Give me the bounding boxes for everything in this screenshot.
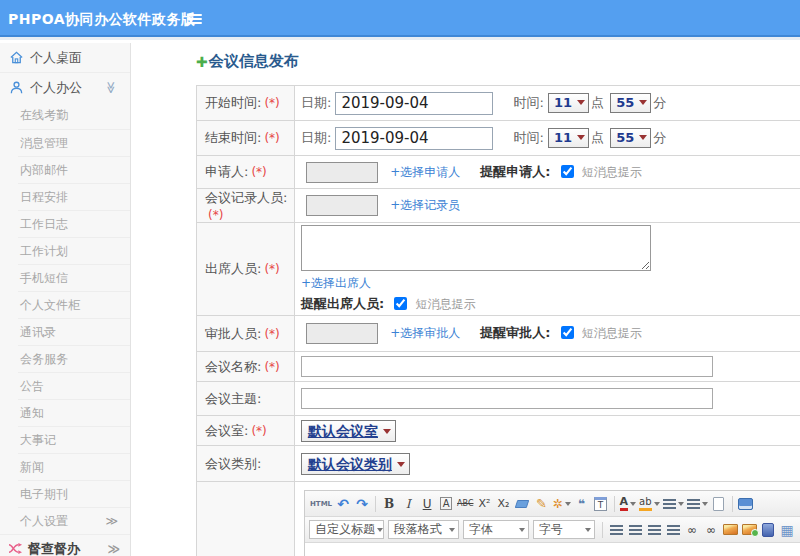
align-center-button[interactable] [626, 520, 644, 540]
sms-hint-label: 短消息提示 [582, 165, 642, 179]
sidebar-item-work-log[interactable]: 工作日志 [18, 210, 130, 237]
meeting-category-label: 会议类别: [197, 446, 295, 482]
applicant-sms-checkbox[interactable] [561, 165, 574, 178]
end-hour-select[interactable]: 11 [548, 128, 589, 148]
align-left-icon [610, 525, 623, 535]
sidebar-item-e-journal[interactable]: 电子期刊 [18, 480, 130, 507]
font-color-button[interactable]: A [619, 494, 638, 514]
attendees-sms-checkbox[interactable] [394, 297, 407, 310]
meeting-category-select[interactable]: 默认会议类别 [301, 453, 410, 475]
sidebar-item-news[interactable]: 新闻 [18, 453, 130, 480]
undo-icon[interactable]: ↶ [334, 494, 352, 514]
user-icon [9, 80, 24, 95]
fullscreen-button[interactable] [737, 494, 755, 514]
media-icon [762, 523, 774, 537]
pick-recorder-link[interactable]: +选择记录员 [390, 198, 460, 212]
sidebar-item-audit-supervision[interactable]: 督查督办 ≫ [0, 534, 130, 556]
redo-icon[interactable]: ↷ [353, 494, 371, 514]
html-source-button[interactable]: HTML [309, 494, 333, 514]
select-arrow-icon [639, 135, 647, 140]
blockquote-button[interactable]: ❝ [573, 494, 591, 514]
sidebar-item-notice[interactable]: 通知 [18, 399, 130, 426]
applicant-input[interactable] [306, 162, 378, 183]
new-page-button[interactable] [710, 494, 728, 514]
recorder-input[interactable] [306, 195, 378, 216]
toolbar-separator [602, 522, 603, 538]
custom-title-select[interactable]: 自定义标题 [309, 520, 384, 539]
meeting-name-input[interactable] [301, 356, 713, 377]
approver-input[interactable] [306, 323, 378, 344]
sidebar-item-sms[interactable]: 手机短信 [18, 264, 130, 291]
align-justify-button[interactable] [664, 520, 682, 540]
app-title: PHPOA协同办公软件政务版 [8, 0, 196, 38]
superscript-button[interactable]: X² [475, 494, 493, 514]
eraser-button[interactable] [513, 494, 531, 514]
sidebar-item-announcement[interactable]: 公告 [18, 372, 130, 399]
sidebar-item-events[interactable]: 大事记 [18, 426, 130, 453]
align-right-button[interactable] [645, 520, 663, 540]
approver-sms-checkbox[interactable] [561, 326, 574, 339]
italic-button[interactable]: I [399, 494, 417, 514]
sidebar-item-personal-files[interactable]: 个人文件柜 [18, 291, 130, 318]
meeting-room-select[interactable]: 默认会议室 [301, 420, 396, 442]
highlight-color-button[interactable]: ab [638, 494, 660, 514]
strikethrough-button[interactable]: ABC [456, 494, 474, 514]
toolbar-separator [614, 496, 615, 512]
clean-format-button[interactable]: ✎ [532, 494, 550, 514]
editor-content-area[interactable] [305, 543, 800, 556]
sms-hint-label: 短消息提示 [415, 297, 475, 311]
end-minute-select[interactable]: 55 [610, 128, 651, 148]
sidebar-item-desktop[interactable]: 个人桌面 [0, 43, 130, 73]
format-painter-button[interactable]: ✲ [551, 494, 571, 514]
insert-table-button[interactable]: ▦ [778, 520, 796, 540]
insert-link-button[interactable]: ∞ [683, 520, 701, 540]
paste-button[interactable]: T [592, 494, 610, 514]
subscript-button[interactable]: X₂ [494, 494, 512, 514]
meeting-name-label: 会议名称:(*) [197, 352, 295, 382]
sidebar: 个人桌面 个人办公 ≫ 在线考勤 消息管理 内部邮件 日程安排 工作日志 工作计… [0, 43, 131, 556]
sidebar-item-personal-settings[interactable]: 个人设置 ≫ [18, 507, 130, 534]
image-button[interactable] [721, 520, 739, 540]
sidebar-item-message-management[interactable]: 消息管理 [18, 129, 130, 156]
start-hour-select[interactable]: 11 [548, 93, 589, 113]
sidebar-item-online-attendance[interactable]: 在线考勤 [18, 102, 130, 129]
paragraph-format-select[interactable]: 段落格式 [388, 520, 459, 539]
attendees-textarea[interactable] [301, 225, 651, 271]
insert-image-button[interactable] [740, 520, 758, 540]
start-minute-select[interactable]: 55 [610, 93, 651, 113]
remove-link-button[interactable]: ∞ [702, 520, 720, 540]
sidebar-item-meeting-service[interactable]: 会务服务 [18, 345, 130, 372]
sidebar-item-contacts[interactable]: 通讯录 [18, 318, 130, 345]
dropdown-caret-icon [678, 502, 684, 506]
start-date-input[interactable] [335, 92, 493, 115]
dropdown-caret-icon [449, 528, 455, 532]
sidebar-item-schedule[interactable]: 日程安排 [18, 183, 130, 210]
underline-button[interactable]: U [418, 494, 436, 514]
unordered-list-button[interactable] [686, 494, 709, 514]
bold-button[interactable]: B [380, 494, 398, 514]
start-time-label: 开始时间:(*) [197, 86, 295, 121]
pick-applicant-link[interactable]: +选择申请人 [390, 165, 460, 179]
sidebar-item-internal-mail[interactable]: 内部邮件 [18, 156, 130, 183]
end-date-input[interactable] [335, 127, 493, 150]
chevron-right-icon: ≫ [107, 535, 120, 556]
pick-attendees-link[interactable]: +选择出席人 [301, 276, 371, 290]
media-button[interactable] [759, 520, 777, 540]
sidebar-item-office[interactable]: 个人办公 ≫ [0, 73, 130, 102]
dropdown-caret-icon [377, 528, 383, 532]
meeting-subject-input[interactable] [301, 388, 713, 409]
align-left-button[interactable] [607, 520, 625, 540]
ordered-list-button[interactable] [662, 494, 685, 514]
font-family-select[interactable]: 字体 [463, 520, 529, 539]
paste-icon: T [594, 497, 608, 511]
home-icon [9, 50, 24, 65]
sidebar-item-work-plan[interactable]: 工作计划 [18, 237, 130, 264]
ordered-list-icon [663, 499, 676, 509]
font-style-button[interactable]: A [440, 497, 453, 510]
select-arrow-icon [577, 100, 585, 105]
end-time-label: 结束时间:(*) [197, 121, 295, 156]
font-size-select[interactable]: 字号 [533, 520, 595, 539]
pick-approver-link[interactable]: +选择审批人 [390, 326, 460, 340]
hamburger-menu-icon[interactable] [187, 14, 202, 26]
chevron-double-down-icon: ≫ [96, 81, 125, 94]
